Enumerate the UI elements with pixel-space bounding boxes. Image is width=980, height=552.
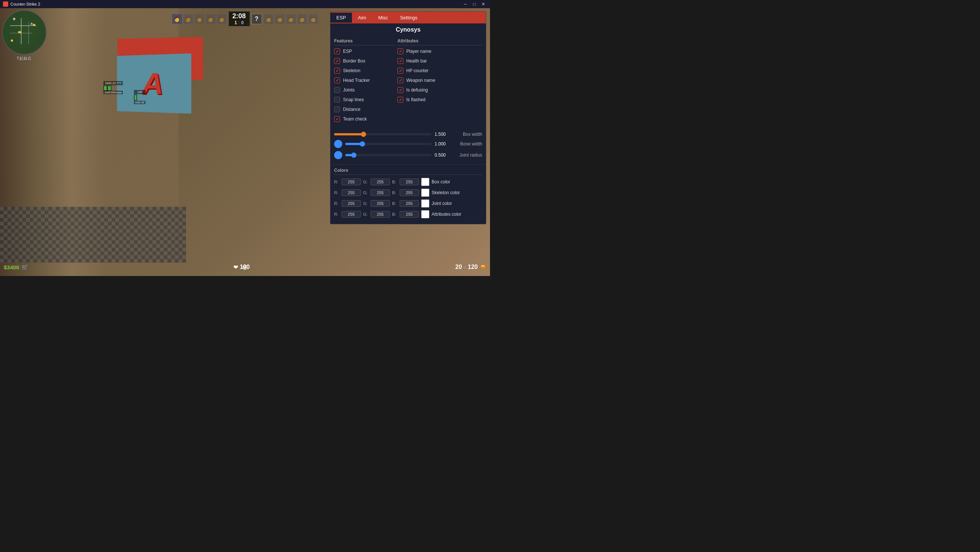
color-g-joint[interactable]	[371, 200, 390, 207]
checkbox-is-defusing[interactable]	[397, 87, 403, 93]
color-b-attributes[interactable]	[399, 211, 419, 218]
hud-top: 🧑 🧑 🧑 🧑 🧑 2:08 1 : 0 ? 🧑 🧑 🧑 🧑 🧑	[172, 11, 318, 26]
tab-esp[interactable]: ESP	[330, 13, 352, 23]
slider-fill-box-width	[334, 133, 363, 135]
attributes-column: Attributes Player name Health bar HP cou…	[397, 38, 482, 126]
color-b-box[interactable]	[399, 178, 419, 185]
slider-track-box-width[interactable]	[334, 133, 431, 135]
attr-label-weapon-name: Weapon name	[406, 78, 482, 83]
feature-snap-lines[interactable]: Snap lines	[334, 97, 394, 103]
enemy-weapon-2: SSG-08	[134, 101, 145, 104]
slider-thumb-box-width[interactable]	[361, 132, 366, 137]
checkbox-is-flashed[interactable]	[397, 97, 403, 103]
hud-crosshair: ⊕	[242, 262, 248, 272]
team-ct-icons: 🧑 🧑 🧑 🧑 🧑	[263, 14, 318, 24]
color-b-skeleton[interactable]	[399, 189, 419, 196]
feature-skeleton[interactable]: Skeleton	[334, 68, 394, 74]
reserve-ammo: 120	[468, 264, 478, 270]
player-icon-t1: 🧑	[172, 14, 182, 24]
maximize-button[interactable]: □	[471, 1, 478, 7]
hud-money-section: $3400 🛒	[4, 264, 28, 270]
checkbox-player-name[interactable]	[397, 48, 403, 54]
svg-point-10	[33, 24, 35, 26]
color-g-box[interactable]	[371, 178, 390, 185]
enemy-name-1: 1000 22.777	[103, 81, 123, 85]
slider-label-box-width: Box width	[452, 132, 482, 137]
enemy-label-1: 1000 22.777 SHIPGRenade	[103, 81, 123, 94]
minimize-button[interactable]: ─	[462, 1, 469, 7]
attr-hp-counter[interactable]: HP counter	[397, 68, 482, 74]
checkbox-health-bar[interactable]	[397, 58, 403, 64]
color-r-box[interactable]	[342, 178, 361, 185]
color-g-skeleton[interactable]	[371, 189, 390, 196]
color-swatch-attributes[interactable]	[421, 210, 430, 218]
slider-value-joint-radius: 0.500	[434, 153, 449, 158]
feature-border-box[interactable]: Border Box	[334, 58, 394, 64]
tab-aim[interactable]: Aim	[352, 13, 372, 23]
enemy-health-1	[103, 86, 123, 91]
color-label-joint: Joint color	[431, 201, 482, 206]
bomb-icon: ?	[251, 14, 262, 24]
slider-bone-width: 1.000 Bone width	[334, 140, 482, 148]
feature-head-tracker[interactable]: Head Tracker	[334, 77, 394, 83]
tab-misc[interactable]: Misc	[372, 13, 394, 23]
color-r-joint[interactable]	[342, 200, 361, 207]
attr-is-flashed[interactable]: Is flashed	[397, 97, 482, 103]
timer-display: 2:08	[232, 12, 245, 20]
feature-distance[interactable]: Distance	[334, 107, 394, 112]
close-button[interactable]: ✕	[480, 1, 487, 7]
color-label-skeleton: Skeleton color	[431, 190, 482, 195]
slider-thumb-joint-radius[interactable]	[351, 153, 356, 158]
checkbox-snap-lines[interactable]	[334, 97, 340, 103]
feature-label-team-check: Team check	[343, 116, 367, 122]
color-b-joint[interactable]	[399, 200, 419, 207]
color-r-attributes[interactable]	[342, 211, 361, 218]
g-label-joint: G:	[363, 201, 368, 206]
cynosys-title: Cynosys	[396, 26, 421, 33]
tab-settings[interactable]: Settings	[394, 13, 423, 23]
app-icon	[3, 2, 8, 7]
attr-player-name[interactable]: Player name	[397, 48, 482, 54]
checkbox-border-box[interactable]	[334, 58, 340, 64]
color-swatch-skeleton[interactable]	[421, 189, 430, 197]
color-g-attributes[interactable]	[371, 211, 390, 218]
ammo-sep: /	[465, 264, 466, 270]
slider-thumb-bone-width[interactable]	[360, 142, 365, 146]
player-icon-t2: 🧑	[183, 14, 193, 24]
checkbox-weapon-name[interactable]	[397, 77, 403, 83]
feature-joints[interactable]: Joints	[334, 87, 394, 93]
gun-icon: 🔫	[480, 264, 486, 270]
color-r-skeleton[interactable]	[342, 189, 361, 196]
checkbox-hp-counter[interactable]	[397, 68, 403, 74]
attr-health-bar[interactable]: Health bar	[397, 58, 482, 64]
slider-track-joint-radius[interactable]	[345, 154, 431, 156]
colors-title: Colors	[334, 168, 482, 175]
feature-team-check[interactable]: Team check	[334, 116, 394, 122]
player-icon-t4: 🧑	[205, 14, 215, 24]
attr-weapon-name[interactable]: Weapon name	[397, 77, 482, 83]
feature-label-distance: Distance	[343, 107, 361, 112]
svg-rect-4	[3, 11, 46, 54]
feature-esp[interactable]: ESP	[334, 48, 394, 54]
health-icon: ❤	[233, 264, 238, 271]
slider-track-bone-width[interactable]	[345, 143, 431, 145]
svg-point-11	[11, 40, 13, 42]
checkbox-distance[interactable]	[334, 107, 340, 112]
feature-label-joints: Joints	[343, 87, 355, 92]
features-column: Features ESP Border Box Skeleton Head Tr…	[334, 38, 394, 126]
player-icon-ct4: 🧑	[297, 14, 307, 24]
esp-panel: ESP Aim Misc Settings Cynosys Features E…	[330, 11, 486, 224]
enemy-health-2	[134, 94, 145, 100]
checkbox-joints[interactable]	[334, 87, 340, 93]
slider-joint-radius: 0.500 Joint radius	[334, 151, 482, 159]
checkbox-skeleton[interactable]	[334, 68, 340, 74]
enemy-weapon-1: SHIPGRenade	[103, 91, 123, 94]
color-swatch-box[interactable]	[421, 178, 430, 186]
attr-is-defusing[interactable]: Is defusing	[397, 87, 482, 93]
enemy-label-2: 100 SSG-08	[134, 90, 145, 104]
color-swatch-joint[interactable]	[421, 199, 430, 208]
checkbox-team-check[interactable]	[334, 116, 340, 122]
r-label-skel: R:	[334, 191, 339, 195]
checkbox-head-tracker[interactable]	[334, 77, 340, 83]
checkbox-esp[interactable]	[334, 48, 340, 54]
